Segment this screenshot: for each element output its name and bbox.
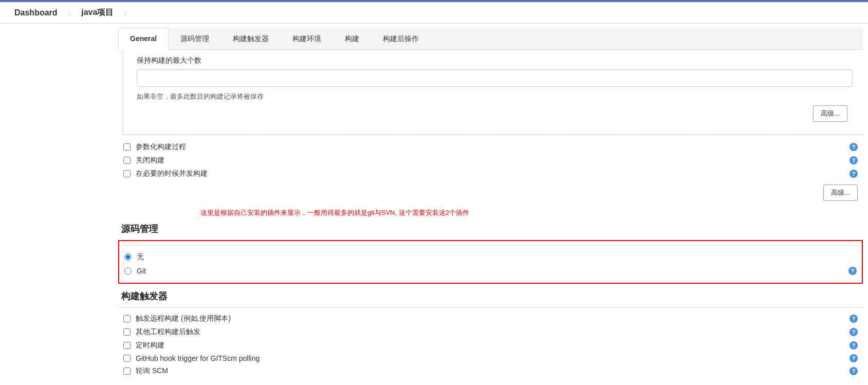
triggers-section-title: 构建触发器 [118, 287, 863, 307]
divider [122, 245, 859, 246]
upstream-trigger-label[interactable]: 其他工程构建后触发 [136, 327, 849, 337]
help-icon[interactable]: ? [849, 315, 858, 323]
max-builds-help: 如果非空，最多此数目的构建记录将被保存 [137, 92, 853, 101]
breadcrumb-dashboard[interactable]: Dashboard [10, 6, 62, 20]
chevron-right-icon: › [125, 7, 127, 19]
log-rotation-box: 保持构建的最大个数 如果非空，最多此数目的构建记录将被保存 高级... [122, 50, 863, 135]
scm-none-label[interactable]: 无 [137, 252, 857, 262]
breadcrumb-project[interactable]: java项目 [77, 5, 118, 20]
help-icon[interactable]: ? [849, 156, 858, 164]
tab-triggers[interactable]: 构建触发器 [221, 28, 281, 50]
help-icon[interactable]: ? [849, 328, 858, 336]
github-hook-checkbox[interactable] [123, 355, 131, 362]
annotation-text: 这里是根据自己安装的插件来显示，一般用得最多的就是git与SVN, 这个需要安装… [118, 205, 863, 219]
advanced-button[interactable]: 高级... [823, 185, 858, 201]
poll-scm-label[interactable]: 轮询 SCM [136, 366, 849, 376]
divider [118, 307, 863, 308]
scm-git-radio[interactable] [124, 267, 132, 274]
help-icon[interactable]: ? [849, 354, 858, 362]
concurrent-build-checkbox[interactable] [123, 170, 131, 177]
tab-post-build[interactable]: 构建后操作 [371, 28, 431, 50]
tab-build-env[interactable]: 构建环境 [281, 28, 333, 50]
cron-trigger-label[interactable]: 定时构建 [136, 341, 849, 350]
help-icon[interactable]: ? [848, 267, 857, 275]
parameterized-build-checkbox[interactable] [123, 143, 131, 151]
config-tabs: General 源码管理 构建触发器 构建环境 构建 构建后操作 [118, 28, 863, 50]
scm-git-label[interactable]: Git [137, 267, 848, 275]
poll-scm-checkbox[interactable] [123, 368, 131, 375]
cron-trigger-checkbox[interactable] [123, 342, 131, 349]
remote-trigger-label[interactable]: 触发远程构建 (例如,使用脚本) [136, 314, 849, 323]
scm-highlight-box: 无 Git ? [118, 240, 863, 284]
disable-build-checkbox[interactable] [123, 157, 131, 164]
max-builds-label: 保持构建的最大个数 [137, 56, 853, 65]
breadcrumb: Dashboard › java项目 › [0, 2, 868, 24]
scm-section-title: 源码管理 [118, 219, 863, 240]
left-sidebar-spacer [0, 24, 118, 385]
disable-build-label[interactable]: 关闭构建 [136, 156, 849, 165]
parameterized-build-label[interactable]: 参数化构建过程 [136, 142, 849, 152]
remote-trigger-checkbox[interactable] [123, 315, 131, 322]
concurrent-build-label[interactable]: 在必要的时候并发构建 [136, 169, 849, 178]
help-icon[interactable]: ? [849, 367, 858, 375]
help-icon[interactable]: ? [849, 170, 858, 178]
tab-scm[interactable]: 源码管理 [169, 28, 221, 50]
advanced-button[interactable]: 高级... [813, 105, 847, 122]
upstream-trigger-checkbox[interactable] [123, 328, 131, 336]
chevron-right-icon: › [68, 7, 70, 19]
help-icon[interactable]: ? [849, 143, 858, 151]
help-icon[interactable]: ? [849, 341, 858, 350]
max-builds-input[interactable] [137, 69, 853, 87]
tab-general[interactable]: General [118, 28, 169, 50]
github-hook-label[interactable]: GitHub hook trigger for GITScm polling [136, 354, 849, 362]
scm-none-radio[interactable] [124, 253, 132, 261]
tab-build[interactable]: 构建 [333, 28, 371, 50]
